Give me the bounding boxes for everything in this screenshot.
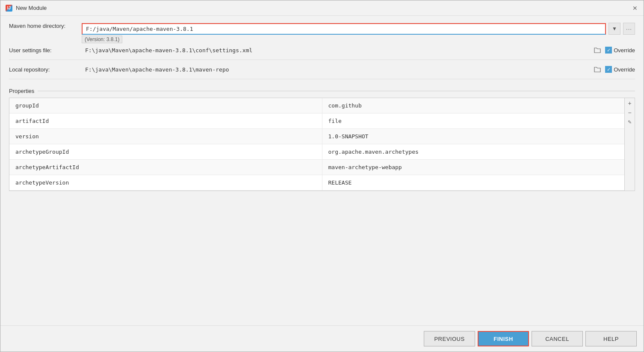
close-button[interactable]: ✕ (632, 5, 638, 12)
title-bar: IJ New Module ✕ (0, 0, 644, 16)
properties-section: Properties groupId com.github artifactId… (9, 88, 635, 191)
dialog-content: Maven home directory: (Version: 3.8.1) ▼… (0, 16, 644, 325)
table-row[interactable]: archetypeGroupId org.apache.maven.archet… (9, 144, 635, 160)
properties-table: groupId com.github artifactId file versi… (9, 98, 635, 191)
add-property-button[interactable]: + (626, 99, 634, 107)
separator-2 (9, 79, 635, 79)
local-repo-override-label: Override (614, 66, 635, 73)
user-settings-input-wrap: F:\java\Maven\apache-maven-3.8.1\conf\se… (82, 45, 635, 55)
property-value: com.github (322, 98, 635, 113)
user-settings-override-label: Override (614, 47, 635, 54)
maven-home-label: Maven home directory: (9, 23, 82, 29)
local-repo-override-checkbox[interactable]: ✓ (605, 66, 612, 73)
property-key: version (9, 129, 322, 144)
properties-table-wrap: groupId com.github artifactId file versi… (9, 98, 635, 191)
local-repo-value: F:\java\Maven\apache-maven-3.8.1\maven-r… (82, 65, 590, 75)
properties-title: Properties (9, 88, 635, 94)
property-key: artifactId (9, 113, 322, 129)
user-settings-label: User settings file: (9, 47, 82, 54)
table-row[interactable]: archetypeVersion RELEASE (9, 175, 635, 191)
property-value: maven-archetype-webapp (322, 160, 635, 175)
finish-button[interactable]: FINISH (478, 331, 529, 346)
table-row[interactable]: artifactId file (9, 113, 635, 129)
property-key: groupId (9, 98, 322, 113)
cancel-button[interactable]: CANCEL (532, 331, 583, 346)
local-repo-override-wrap: ✓ Override (605, 66, 635, 73)
user-settings-override-wrap: ✓ Override (605, 47, 635, 54)
user-settings-folder-button[interactable] (592, 45, 603, 55)
property-key: archetypeGroupId (9, 144, 322, 160)
user-settings-override-checkbox[interactable]: ✓ (605, 47, 612, 54)
table-row[interactable]: groupId com.github (9, 98, 635, 113)
local-repo-input-wrap: F:\java\Maven\apache-maven-3.8.1\maven-r… (82, 64, 635, 75)
new-module-dialog: IJ New Module ✕ Maven home directory: (V… (0, 0, 644, 352)
property-key: archetypeVersion (9, 175, 322, 191)
property-value: 1.0-SNAPSHOT (322, 129, 635, 144)
edit-property-button[interactable]: ✎ (626, 118, 634, 126)
maven-home-row: Maven home directory: (Version: 3.8.1) ▼… (9, 23, 635, 35)
user-settings-value: F:\java\Maven\apache-maven-3.8.1\conf\se… (82, 45, 590, 55)
property-value: RELEASE (322, 175, 635, 191)
maven-home-dropdown-button[interactable]: ▼ (609, 23, 620, 35)
table-row[interactable]: version 1.0-SNAPSHOT (9, 129, 635, 144)
dialog-title: New Module (16, 5, 47, 11)
previous-button[interactable]: PREVIOUS (424, 331, 475, 346)
help-button[interactable]: HELP (585, 331, 637, 346)
app-icon: IJ (6, 5, 12, 12)
dialog-footer: PREVIOUS FINISH CANCEL HELP (0, 325, 644, 352)
table-sidebar: + − ✎ (624, 98, 635, 191)
remove-property-button[interactable]: − (626, 108, 634, 117)
user-settings-row: User settings file: F:\java\Maven\apache… (9, 45, 635, 55)
title-bar-left: IJ New Module (6, 5, 47, 12)
table-row[interactable]: archetypeArtifactId maven-archetype-weba… (9, 160, 635, 175)
maven-home-dots-button[interactable]: ··· (623, 23, 635, 35)
local-repo-folder-button[interactable] (592, 64, 603, 75)
property-value: file (322, 113, 635, 129)
local-repo-row: Local repository: F:\java\Maven\apache-m… (9, 64, 635, 75)
separator-1 (9, 60, 635, 60)
maven-home-input[interactable] (82, 23, 606, 35)
maven-home-input-wrap: (Version: 3.8.1) ▼ ··· (82, 23, 635, 35)
property-key: archetypeArtifactId (9, 160, 322, 175)
version-badge: (Version: 3.8.1) (82, 36, 122, 43)
maven-home-input-container: (Version: 3.8.1) (82, 23, 606, 35)
local-repo-label: Local repository: (9, 66, 82, 73)
property-value: org.apache.maven.archetypes (322, 144, 635, 160)
